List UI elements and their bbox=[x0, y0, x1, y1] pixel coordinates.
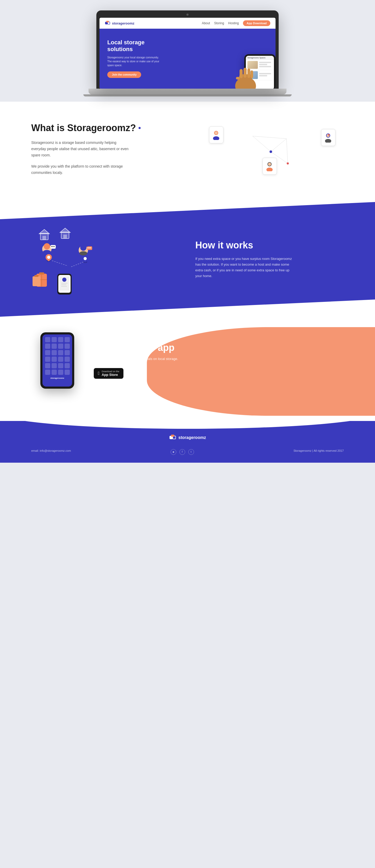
app-icon-grid bbox=[45, 337, 70, 375]
nav-links: About Storing Hosting App Download bbox=[202, 20, 270, 26]
svg-line-14 bbox=[286, 139, 288, 163]
svg-rect-9 bbox=[236, 77, 240, 80]
network-node-3 bbox=[262, 157, 277, 175]
download-title: Download the app bbox=[94, 342, 344, 353]
footer-wave bbox=[0, 421, 375, 429]
svg-rect-57 bbox=[33, 276, 40, 286]
nav-about[interactable]: About bbox=[202, 21, 210, 25]
app-store-label-small: Download on the bbox=[102, 370, 120, 373]
what-visual bbox=[195, 123, 344, 180]
svg-rect-64 bbox=[61, 284, 66, 285]
how-text: How it works If you need extra space or … bbox=[195, 240, 344, 279]
download-phone-container: storageroomz bbox=[31, 332, 83, 389]
social-icon-facebook[interactable]: f bbox=[179, 449, 185, 455]
avatar-icon-3 bbox=[265, 161, 274, 171]
download-text: Download the app Try the app for free an… bbox=[94, 342, 344, 379]
footer: storageroomz email: info@storageroomz.co… bbox=[0, 421, 375, 463]
svg-point-37 bbox=[51, 246, 52, 247]
svg-point-34 bbox=[44, 243, 50, 249]
footer-logo: storageroomz bbox=[169, 434, 206, 441]
svg-point-21 bbox=[325, 139, 331, 143]
phone-screen-header: Storageroomz Spaces bbox=[246, 56, 274, 60]
footer-bottom: email: info@storageroomz.com ■ f t Stora… bbox=[31, 449, 344, 455]
hero-subtitle: Storageroomz your local storage communit… bbox=[107, 56, 159, 67]
apple-icon:  bbox=[98, 371, 100, 376]
svg-point-62 bbox=[62, 278, 66, 282]
svg-rect-7 bbox=[247, 68, 250, 78]
svg-rect-68 bbox=[171, 435, 174, 437]
how-content: How it works If you need extra space or … bbox=[0, 202, 375, 317]
what-para2: We provide you with the platform to conn… bbox=[31, 163, 130, 176]
footer-email: email: info@storageroomz.com bbox=[31, 449, 71, 455]
laptop-base bbox=[89, 89, 286, 94]
laptop-frame: storageroomz About Storing Hosting App D… bbox=[96, 10, 279, 89]
svg-rect-63 bbox=[61, 283, 68, 284]
nav-app-download-button[interactable]: App Download bbox=[243, 20, 270, 26]
laptop-section: storageroomz About Storing Hosting App D… bbox=[0, 0, 375, 102]
nav-hosting[interactable]: Hosting bbox=[228, 21, 239, 25]
svg-point-18 bbox=[213, 136, 219, 140]
footer-brand-name: storageroomz bbox=[178, 435, 206, 440]
svg-line-11 bbox=[271, 139, 286, 152]
svg-rect-5 bbox=[240, 69, 243, 78]
hero-phone-hand: Storageroomz Spaces bbox=[229, 54, 275, 89]
svg-point-46 bbox=[88, 247, 89, 248]
hand-svg bbox=[231, 64, 260, 89]
social-icon-instagram[interactable]: ■ bbox=[171, 449, 176, 455]
navbar: storageroomz About Storing Hosting App D… bbox=[100, 18, 275, 29]
laptop-camera bbox=[186, 13, 189, 16]
svg-rect-65 bbox=[61, 286, 67, 287]
svg-point-25 bbox=[266, 167, 273, 171]
network-node-1 bbox=[208, 126, 224, 144]
how-title: How it works bbox=[195, 240, 344, 251]
svg-marker-31 bbox=[60, 228, 70, 232]
join-community-button[interactable]: Join the community bbox=[107, 71, 141, 78]
svg-point-23 bbox=[328, 134, 330, 135]
how-section: How it works If you need extra space or … bbox=[0, 202, 375, 317]
svg-line-10 bbox=[252, 136, 271, 152]
app-phone-mockup: storageroomz bbox=[40, 332, 74, 389]
app-phone-screen: storageroomz bbox=[42, 334, 72, 386]
svg-line-13 bbox=[252, 136, 286, 139]
hero-section: Local storage solutions Storageroomz you… bbox=[100, 29, 275, 89]
social-icon-twitter[interactable]: t bbox=[188, 449, 194, 455]
app-logo-text: storageroomz bbox=[50, 377, 64, 379]
svg-point-43 bbox=[80, 245, 87, 251]
svg-point-48 bbox=[90, 247, 91, 248]
svg-line-51 bbox=[52, 261, 68, 266]
nav-storing[interactable]: Storing bbox=[214, 21, 224, 25]
download-content: storageroomz Download the app Try the ap… bbox=[0, 317, 375, 404]
hero-title: Local storage solutions bbox=[107, 39, 159, 53]
svg-point-41 bbox=[47, 256, 50, 259]
how-visual bbox=[31, 223, 180, 296]
svg-point-47 bbox=[89, 247, 90, 248]
svg-point-39 bbox=[54, 246, 55, 247]
laptop-foot bbox=[83, 94, 292, 96]
what-title: What is Storageroomz? bbox=[31, 123, 180, 133]
svg-point-35 bbox=[43, 250, 51, 254]
download-section: storageroomz Download the app Try the ap… bbox=[0, 317, 375, 421]
svg-rect-2 bbox=[106, 21, 109, 23]
what-content: What is Storageroomz? Storageroomz is a … bbox=[31, 123, 180, 181]
svg-point-19 bbox=[214, 131, 218, 134]
brand-name: storageroomz bbox=[112, 21, 134, 25]
how-illustration bbox=[31, 223, 114, 296]
svg-rect-8 bbox=[250, 70, 253, 78]
download-desc: Try the app for free and get great deals… bbox=[94, 356, 344, 362]
logo: storageroomz bbox=[105, 20, 134, 26]
app-store-label-large: App Store bbox=[102, 373, 118, 377]
svg-point-38 bbox=[52, 246, 54, 247]
how-desc: If you need extra space or you have surp… bbox=[195, 256, 294, 279]
svg-point-16 bbox=[287, 162, 289, 164]
avatar-icon-2 bbox=[324, 132, 333, 143]
svg-rect-29 bbox=[42, 236, 46, 240]
svg-point-44 bbox=[79, 251, 87, 255]
footer-logo-icon bbox=[169, 434, 176, 441]
footer-content: storageroomz email: info@storageroomz.co… bbox=[31, 434, 344, 455]
svg-point-26 bbox=[268, 163, 271, 166]
app-store-button[interactable]:  Download on the App Store bbox=[94, 368, 124, 379]
footer-social: ■ f t bbox=[171, 449, 194, 455]
svg-rect-58 bbox=[34, 275, 38, 277]
hero-content: Local storage solutions Storageroomz you… bbox=[107, 39, 159, 78]
what-para1: Storageroomz is a storage based communit… bbox=[31, 140, 130, 158]
